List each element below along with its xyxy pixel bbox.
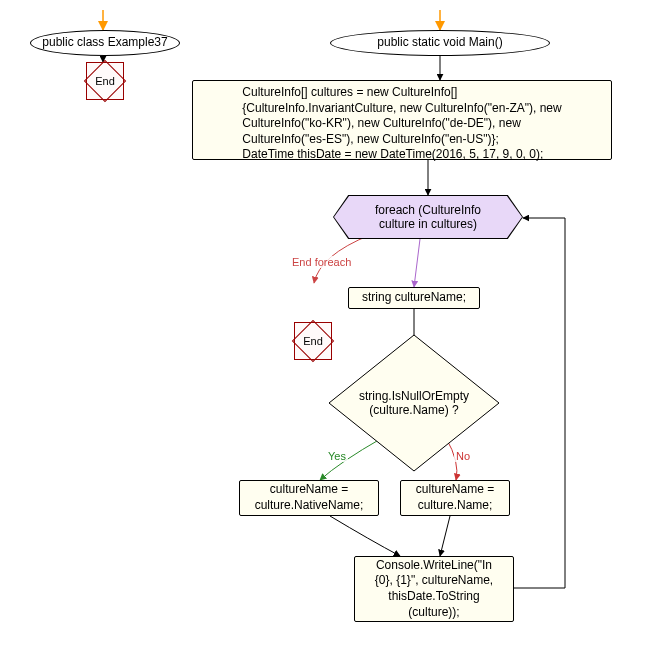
class-decl-text: public class Example37 — [42, 35, 167, 51]
culturename-decl-text: string cultureName; — [362, 290, 466, 306]
isnull-text: string.IsNullOrEmpty (culture.Name) ? — [359, 389, 469, 417]
end2-text: End — [303, 334, 323, 348]
writeline-text: Console.WriteLine("In {0}, {1}", culture… — [375, 558, 493, 620]
init-block-node: CultureInfo[] cultures = new CultureInfo… — [192, 80, 612, 160]
culture-name-text: cultureName = culture.Name; — [416, 482, 494, 513]
writeline-node: Console.WriteLine("In {0}, {1}", culture… — [354, 556, 514, 622]
foreach-node-border: foreach (CultureInfo culture in cultures… — [333, 195, 523, 239]
init-block-text: CultureInfo[] cultures = new CultureInfo… — [242, 85, 561, 163]
edge-label-no: No — [454, 450, 472, 462]
culture-native-node: cultureName = culture.NativeName; — [239, 480, 379, 516]
end1-text: End — [95, 74, 115, 88]
foreach-text: foreach (CultureInfo culture in cultures… — [375, 203, 481, 231]
culture-native-text: cultureName = culture.NativeName; — [255, 482, 364, 513]
isnull-diamond-wrap: string.IsNullOrEmpty (culture.Name) ? — [327, 333, 501, 473]
svg-line-5 — [414, 239, 420, 287]
edge-label-endforeach: End foreach — [290, 256, 353, 268]
culturename-decl-node: string cultureName; — [348, 287, 480, 309]
main-declaration-node: public static void Main() — [330, 30, 550, 56]
svg-line-7 — [440, 516, 450, 556]
end-node-1: End — [86, 62, 124, 100]
edge-label-yes: Yes — [326, 450, 348, 462]
culture-name-node: cultureName = culture.Name; — [400, 480, 510, 516]
class-declaration-node: public class Example37 — [30, 30, 180, 56]
main-decl-text: public static void Main() — [377, 35, 502, 51]
